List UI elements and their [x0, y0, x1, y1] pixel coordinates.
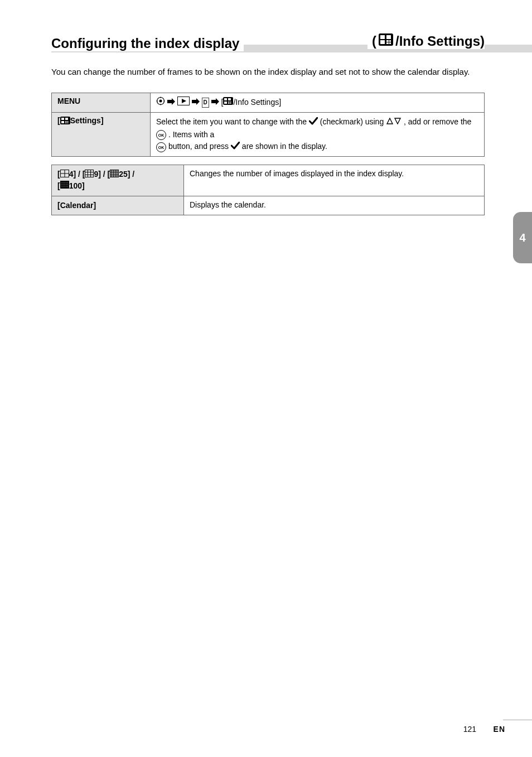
grid25-icon	[110, 170, 119, 181]
arrow-right-icon	[192, 97, 200, 109]
instr-part1: Select the item you want to change with …	[156, 117, 309, 126]
chapter-number: 4	[519, 232, 525, 244]
intro-paragraph: You can change the number of frames to b…	[51, 66, 485, 78]
nav-settings-cell: [ Settings]	[52, 113, 151, 157]
arrow-right-icon	[167, 97, 175, 109]
instr-part6: are shown in the display.	[242, 142, 327, 151]
nav-table: MENU D [	[51, 93, 485, 157]
opt1-v3: 25] /	[119, 170, 134, 179]
instr-part3: , add or remove the	[404, 117, 471, 126]
side-chapter-tab: 4	[513, 212, 532, 263]
up-down-arrow-icon	[386, 117, 402, 129]
svg-rect-25	[65, 123, 67, 124]
svg-rect-30	[85, 170, 94, 177]
option-calendar: [Calendar]	[52, 196, 184, 215]
checkmark-icon	[309, 117, 318, 129]
ok-button-icon: OK	[156, 130, 166, 140]
opt1-v4: 100]	[69, 181, 85, 190]
heading-left: Configuring the index display	[51, 36, 244, 51]
svg-rect-3	[380, 40, 385, 44]
opt1-v1: 4] / [	[69, 170, 85, 179]
table-row: [ 4] / [ 9] / [ 25] / [	[52, 165, 485, 196]
grid4-icon	[60, 170, 69, 181]
svg-rect-4	[386, 40, 389, 42]
gear-icon	[156, 97, 165, 109]
svg-rect-13	[228, 98, 231, 100]
ok-button-icon: OK	[156, 142, 166, 152]
svg-rect-7	[389, 42, 391, 44]
option-calendar-desc: Displays the calendar.	[184, 196, 485, 215]
nav-settings-name: /Info Settings	[233, 98, 279, 107]
instr-part2: (checkmark) using	[320, 117, 386, 126]
opt1-v2: 9] / [	[94, 170, 110, 179]
nav-path-cell: D [ /Info Settings]	[151, 93, 485, 113]
grid100-icon	[60, 181, 69, 192]
svg-rect-12	[224, 98, 227, 100]
svg-point-9	[159, 99, 162, 102]
svg-rect-23	[65, 121, 67, 122]
checkmark-icon	[231, 141, 240, 153]
footer-rule	[503, 720, 532, 720]
grid-settings-icon	[223, 97, 233, 109]
svg-rect-5	[389, 40, 391, 42]
svg-rect-6	[386, 42, 389, 44]
nav-menu-cell: MENU	[52, 93, 151, 113]
options-table: [ 4] / [ 9] / [ 25] / [	[51, 165, 485, 215]
section-heading: Configuring the index display ( /Info Se…	[51, 33, 485, 54]
grid-settings-icon	[60, 117, 70, 126]
svg-rect-17	[228, 103, 230, 104]
option-grid-sizes: [ 4] / [ 9] / [ 25] / [	[52, 165, 184, 196]
nav-bracket-close: ]	[279, 98, 281, 107]
playback-tab-icon	[177, 97, 190, 109]
table-row: [Calendar] Displays the calendar.	[52, 196, 485, 215]
heading-right: ( /Info Settings)	[367, 33, 485, 49]
instr-part5: button, and press	[168, 142, 231, 151]
grid9-icon	[85, 170, 94, 181]
svg-rect-20	[61, 118, 64, 120]
arrow-right-icon	[211, 97, 219, 109]
grid-settings-icon	[379, 33, 393, 49]
svg-rect-18	[230, 103, 231, 104]
svg-rect-16	[230, 102, 231, 103]
footer-page: 121	[463, 725, 476, 734]
svg-rect-1	[380, 35, 385, 39]
menu-label: MENU	[57, 97, 80, 105]
heading-right-label: /Info Settings)	[395, 33, 485, 49]
svg-rect-14	[224, 102, 227, 104]
svg-rect-24	[67, 121, 68, 122]
heading-paren: (	[372, 33, 376, 49]
svg-rect-26	[67, 123, 68, 124]
footer-lang: EN	[494, 725, 505, 734]
option-grid-desc: Changes the number of images displayed i…	[184, 165, 485, 196]
svg-rect-2	[386, 35, 391, 39]
svg-rect-22	[61, 121, 64, 123]
svg-rect-21	[65, 118, 68, 120]
svg-rect-15	[228, 102, 230, 103]
settings-label: Settings	[70, 116, 101, 125]
nav-instruction-cell: Select the item you want to change with …	[151, 113, 485, 157]
instr-part4: . Items with a	[168, 130, 214, 139]
d-tab-label: D	[202, 98, 209, 108]
